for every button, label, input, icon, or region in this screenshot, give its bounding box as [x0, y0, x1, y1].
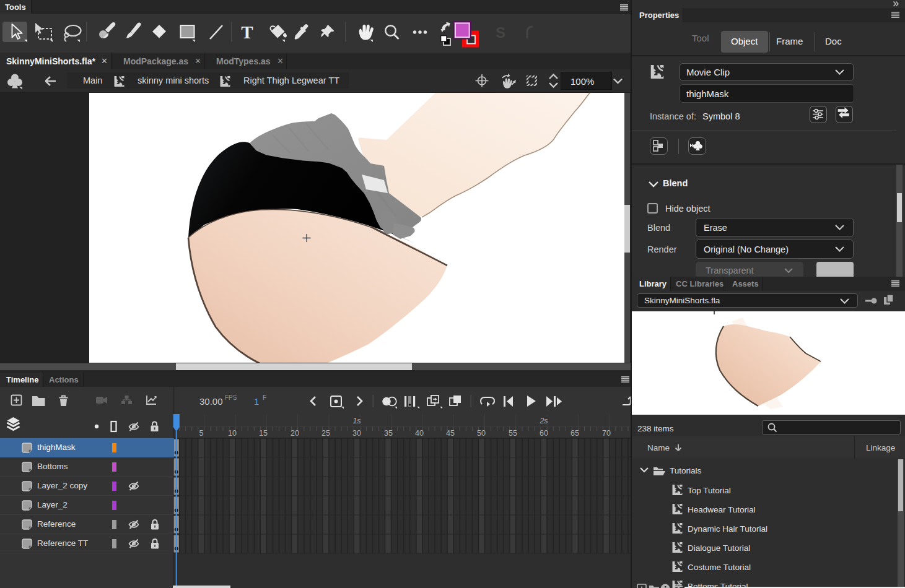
- svg-text:2s: 2s: [539, 417, 548, 425]
- svg-text:30.00: 30.00: [199, 396, 223, 407]
- svg-text:35: 35: [384, 429, 393, 438]
- svg-text:65: 65: [571, 429, 579, 438]
- svg-text:40: 40: [415, 429, 424, 438]
- svg-text:25: 25: [321, 429, 330, 438]
- svg-text:1s: 1s: [352, 417, 361, 425]
- svg-text:60: 60: [540, 429, 548, 438]
- svg-text:70: 70: [602, 429, 611, 438]
- svg-text:T: T: [241, 22, 253, 42]
- svg-text:55: 55: [509, 429, 517, 438]
- svg-text:F: F: [263, 394, 266, 401]
- svg-text:20: 20: [291, 429, 299, 438]
- svg-text:1: 1: [254, 396, 259, 407]
- svg-text:S: S: [496, 24, 505, 41]
- svg-text:45: 45: [446, 429, 455, 438]
- svg-text:5: 5: [199, 429, 204, 438]
- svg-text:15: 15: [259, 429, 268, 438]
- svg-text:10: 10: [228, 429, 237, 438]
- svg-text:50: 50: [477, 429, 486, 438]
- svg-text:FPS: FPS: [225, 394, 237, 401]
- svg-text:30: 30: [352, 429, 361, 438]
